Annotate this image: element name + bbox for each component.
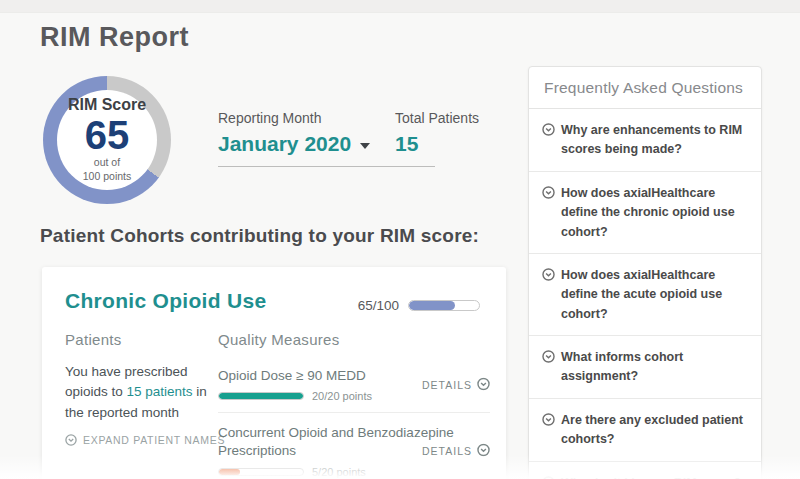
donut-center: RIM Score 65 out of 100 points	[57, 90, 157, 190]
patients-summary: You have prescribed opioids to 15 patien…	[65, 362, 217, 423]
details-button[interactable]: DETAILS	[422, 444, 490, 457]
expand-patient-names-label: EXPAND PATIENT NAMES	[83, 434, 225, 446]
cohort-score-text: 65/100	[358, 298, 399, 313]
faq-question: What informs cohort assignment?	[561, 348, 748, 387]
faq-item[interactable]: Why don't I have a RIM score?	[529, 462, 761, 479]
total-patients-block: Total Patients 15	[395, 110, 479, 156]
patients-count-link[interactable]: 15 patients	[127, 384, 193, 399]
cohort-score-progress-fill	[409, 301, 455, 310]
chevron-circle-down-icon	[477, 378, 490, 391]
patients-column: Patients You have prescribed opioids to …	[65, 331, 227, 446]
faq-question: Why are enhancements to RIM scores being…	[561, 121, 748, 160]
page-title: RIM Report	[40, 22, 189, 53]
faq-question: Are there any excluded patient cohorts?	[561, 411, 748, 450]
measure-opioid-dose: Opioid Dose ≥ 90 MEDD 20/20 points DETAI…	[218, 356, 490, 412]
measure-points: 5/20 points	[312, 466, 366, 478]
rim-report-page: RIM Report RIM Score 65 out of 100 point…	[0, 0, 800, 479]
faq-question: How does axialHealthcare define the chro…	[561, 184, 748, 242]
details-label: DETAILS	[422, 444, 472, 456]
cohort-score-progressbar	[408, 300, 480, 311]
faq-item[interactable]: How does axialHealthcare define the acut…	[529, 254, 761, 336]
rim-score-donut-chart: RIM Score 65 out of 100 points	[43, 76, 171, 204]
details-button[interactable]: DETAILS	[422, 378, 490, 391]
quality-measures-heading: Quality Measures	[218, 331, 490, 348]
expand-patient-names-button[interactable]: EXPAND PATIENT NAMES	[65, 434, 227, 446]
chevron-circle-down-icon	[542, 413, 555, 426]
measure-bar-row: 5/20 points	[218, 466, 490, 478]
caret-down-icon	[360, 143, 370, 149]
reporting-month-value: January 2020	[218, 132, 351, 155]
cohort-score: 65/100	[358, 298, 480, 313]
cohort-title: Chronic Opioid Use	[65, 289, 266, 313]
chevron-circle-down-icon	[542, 268, 555, 281]
top-strip	[0, 0, 800, 13]
measure-progress-fill	[219, 393, 303, 399]
chevron-circle-down-icon	[65, 434, 77, 446]
faq-title: Frequently Asked Questions	[529, 67, 761, 109]
chevron-circle-down-icon	[542, 350, 555, 363]
chevron-circle-down-icon	[477, 444, 490, 457]
rim-score-label: RIM Score	[68, 96, 146, 114]
chevron-circle-down-icon	[542, 123, 555, 136]
rim-score-suffix-line1: out of	[94, 156, 120, 170]
measure-progressbar	[218, 468, 304, 476]
total-patients-value: 15	[395, 132, 479, 156]
measure-progress-fill	[219, 469, 240, 475]
faq-panel: Frequently Asked Questions Why are enhan…	[528, 66, 762, 479]
measure-concurrent-benzo: Concurrent Opioid and Benzodiazepine Pre…	[218, 412, 490, 479]
chevron-circle-down-icon	[542, 186, 555, 199]
faq-item[interactable]: What informs cohort assignment?	[529, 336, 761, 399]
measure-progressbar	[218, 392, 304, 400]
measure-bar-row: 20/20 points	[218, 390, 490, 402]
faq-item[interactable]: Why are enhancements to RIM scores being…	[529, 109, 761, 172]
rim-score-suffix-line2: 100 points	[83, 170, 131, 184]
measure-points: 20/20 points	[312, 390, 372, 402]
details-label: DETAILS	[422, 378, 472, 390]
total-patients-label: Total Patients	[395, 110, 479, 126]
faq-question: How does axialHealthcare define the acut…	[561, 266, 748, 324]
patients-heading: Patients	[65, 331, 227, 348]
chevron-circle-down-icon	[542, 476, 555, 479]
quality-measures-column: Quality Measures Opioid Dose ≥ 90 MEDD 2…	[218, 331, 490, 479]
chronic-opioid-use-card: Chronic Opioid Use 65/100 Patients You h…	[42, 267, 506, 479]
faq-item[interactable]: How does axialHealthcare define the chro…	[529, 172, 761, 254]
rim-score-value: 65	[85, 114, 130, 156]
cohorts-section-heading: Patient Cohorts contributing to your RIM…	[40, 225, 479, 247]
faq-item[interactable]: Are there any excluded patient cohorts?	[529, 399, 761, 462]
faq-question: Why don't I have a RIM score?	[561, 474, 741, 479]
